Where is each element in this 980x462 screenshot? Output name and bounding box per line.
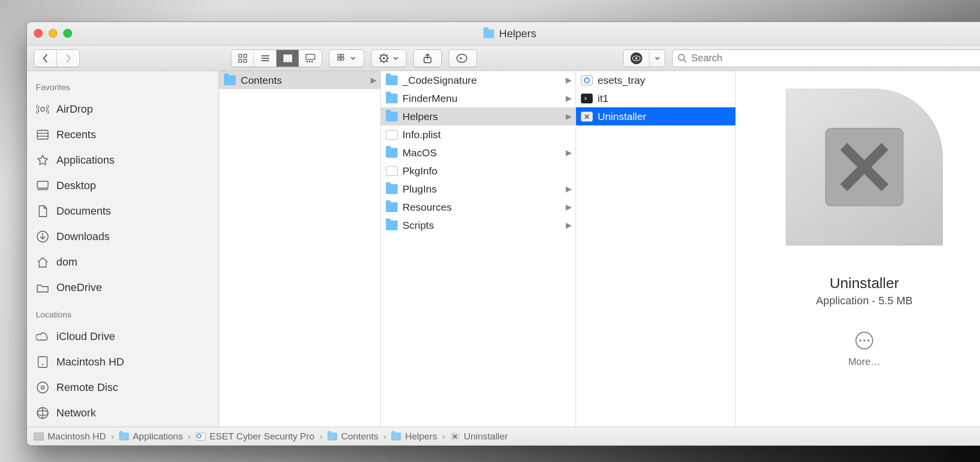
- file-label: Info.plist: [402, 129, 441, 141]
- file-row[interactable]: Contents▶: [219, 71, 380, 89]
- file-label: Helpers: [402, 111, 438, 122]
- action-button[interactable]: [371, 49, 406, 67]
- column-2[interactable]: _CodeSignature▶FinderMenu▶Helpers▶Info.p…: [381, 71, 576, 427]
- sidebar-item-macintosh-hd[interactable]: Macintosh HD: [33, 349, 213, 375]
- back-button[interactable]: [34, 50, 57, 67]
- cloud-icon: [36, 330, 50, 343]
- file-label: Resources: [402, 201, 452, 213]
- downloads-icon: [36, 230, 50, 243]
- path-crumb[interactable]: Helpers: [391, 431, 437, 442]
- path-crumb-label: Macintosh HD: [48, 431, 106, 442]
- svg-rect-14: [338, 54, 340, 57]
- file-row[interactable]: PlugIns▶: [381, 180, 576, 198]
- path-separator: ›: [188, 431, 191, 442]
- sidebar-item-label: AirDrop: [56, 103, 93, 116]
- sidebar-item-documents[interactable]: Documents: [33, 198, 213, 224]
- svg-point-34: [635, 57, 638, 59]
- svg-rect-38: [37, 130, 48, 139]
- file-row[interactable]: esets_tray: [576, 71, 735, 89]
- file-row[interactable]: Scripts▶: [381, 216, 576, 234]
- svg-line-26: [380, 61, 381, 62]
- path-crumb[interactable]: Uninstaller: [450, 431, 508, 442]
- sidebar-item-label: Downloads: [56, 230, 110, 243]
- file-row[interactable]: Info.plist: [381, 125, 576, 144]
- forward-button[interactable]: [57, 50, 79, 67]
- folder-icon: [386, 148, 398, 158]
- file-label: MacOS: [402, 147, 437, 159]
- titlebar[interactable]: Helpers: [27, 22, 980, 46]
- disc-icon: [36, 381, 50, 394]
- svg-point-19: [383, 57, 385, 59]
- column-1[interactable]: Contents▶: [219, 71, 381, 427]
- sidebar[interactable]: FavoritesAirDropRecentsApplicationsDeskt…: [27, 71, 219, 427]
- finder-window: Helpers: [26, 22, 980, 446]
- file-label: _CodeSignature: [402, 74, 477, 86]
- quick-look-dropdown[interactable]: [649, 50, 665, 67]
- sidebar-heading: Locations: [36, 310, 213, 320]
- svg-rect-8: [287, 55, 289, 62]
- svg-rect-16: [338, 58, 340, 60]
- home-icon: [36, 255, 50, 269]
- file-row[interactable]: Helpers▶: [381, 107, 576, 125]
- svg-line-36: [684, 60, 686, 62]
- search-field[interactable]: [672, 49, 980, 67]
- path-crumb[interactable]: Macintosh HD: [34, 431, 106, 442]
- preview-more[interactable]: More…: [848, 332, 880, 367]
- column-view-button[interactable]: [276, 50, 299, 67]
- file-icon: [386, 166, 398, 176]
- file-row[interactable]: Uninstaller: [576, 107, 735, 125]
- file-row[interactable]: PkgInfo: [381, 162, 576, 180]
- path-crumb[interactable]: Contents: [327, 431, 378, 442]
- quick-look-button[interactable]: [624, 51, 649, 65]
- share-button[interactable]: [413, 49, 442, 67]
- chevron-right-icon: ▶: [566, 94, 572, 103]
- tags-button[interactable]: [449, 49, 477, 67]
- gallery-view-button[interactable]: [299, 50, 322, 67]
- svg-rect-15: [341, 54, 344, 57]
- file-row[interactable]: MacOS▶: [381, 144, 576, 162]
- sidebar-item-downloads[interactable]: Downloads: [33, 224, 213, 249]
- hdd-icon: [36, 355, 50, 369]
- chevron-right-icon: ▶: [566, 220, 572, 230]
- preview-title: Uninstaller: [829, 275, 899, 292]
- path-crumb[interactable]: Applications: [119, 431, 183, 442]
- desktop-icon: [36, 179, 50, 193]
- chevron-right-icon: ▶: [566, 112, 572, 121]
- sidebar-item-onedrive[interactable]: OneDrive: [33, 275, 213, 300]
- toolbar: [27, 46, 980, 71]
- sidebar-item-dom[interactable]: dom: [33, 249, 213, 275]
- path-bar[interactable]: Macintosh HD›Applications›ESET Cyber Sec…: [27, 427, 980, 445]
- path-crumb[interactable]: ESET Cyber Security Pro: [196, 431, 314, 442]
- icon-view-button[interactable]: [231, 50, 254, 67]
- sidebar-item-desktop[interactable]: Desktop: [33, 173, 213, 198]
- path-separator: ›: [111, 431, 114, 442]
- recents-icon: [36, 128, 50, 142]
- column-3[interactable]: esets_trayit1Uninstaller: [576, 71, 736, 427]
- sidebar-item-label: dom: [56, 256, 77, 268]
- sidebar-item-label: Remote Disc: [56, 381, 118, 394]
- group-by-button[interactable]: [329, 49, 364, 67]
- file-row[interactable]: it1: [576, 89, 735, 107]
- preview-pane: Uninstaller Application - 5.5 MB More…: [736, 71, 980, 427]
- file-row[interactable]: FinderMenu▶: [381, 89, 576, 107]
- path-separator: ›: [319, 431, 322, 442]
- sidebar-item-network[interactable]: Network: [33, 400, 213, 426]
- search-input[interactable]: [691, 52, 980, 64]
- app-icon: [196, 433, 205, 440]
- file-icon: [386, 130, 398, 140]
- file-row[interactable]: Resources▶: [381, 198, 576, 216]
- list-view-button[interactable]: [254, 50, 276, 67]
- sidebar-item-airdrop[interactable]: AirDrop: [33, 97, 213, 122]
- svg-rect-11: [306, 61, 308, 62]
- sidebar-item-applications[interactable]: Applications: [33, 147, 213, 173]
- sidebar-item-remote-disc[interactable]: Remote Disc: [33, 375, 213, 400]
- sidebar-item-recents[interactable]: Recents: [33, 122, 213, 147]
- svg-point-57: [197, 434, 201, 438]
- nav-buttons: [34, 49, 80, 67]
- file-row[interactable]: _CodeSignature▶: [381, 71, 576, 89]
- folder-icon: [119, 433, 129, 440]
- sidebar-item-icloud-drive[interactable]: iCloud Drive: [33, 324, 213, 349]
- applications-icon: [36, 153, 50, 167]
- sidebar-item-label: Recents: [56, 128, 96, 141]
- sidebar-item-label: iCloud Drive: [56, 330, 115, 343]
